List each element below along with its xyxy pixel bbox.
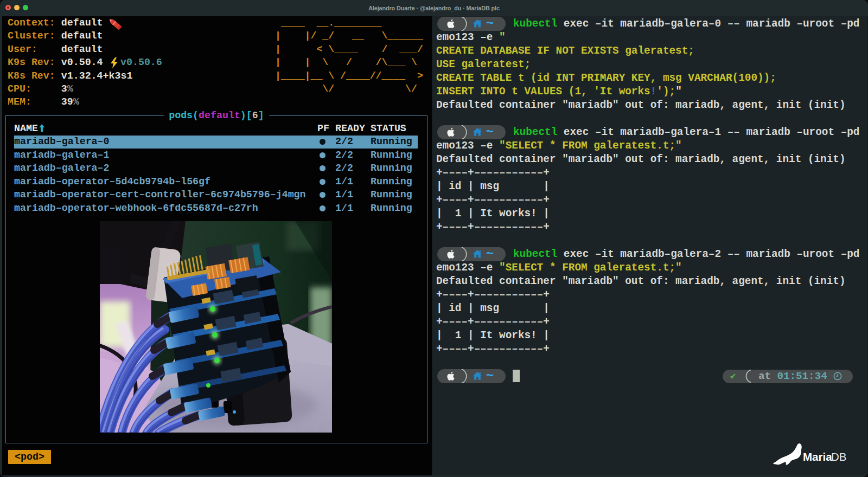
svg-text:DB: DB: [831, 450, 846, 463]
svg-text:Maria: Maria: [803, 450, 832, 463]
